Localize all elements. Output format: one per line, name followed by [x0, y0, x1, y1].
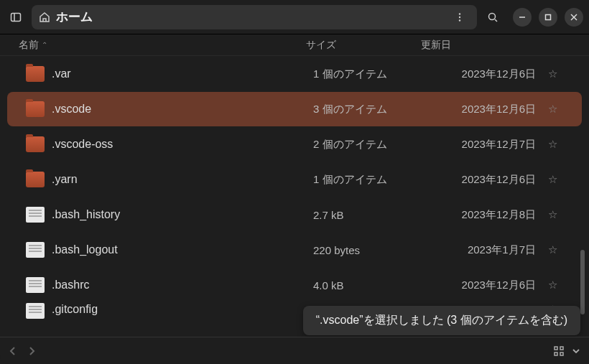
- close-button[interactable]: [565, 8, 583, 27]
- view-options-button[interactable]: [572, 347, 580, 355]
- file-name: .var: [52, 67, 313, 80]
- file-size: 220 bytes: [313, 244, 428, 256]
- file-size: 1 個のアイテム: [313, 173, 428, 187]
- file-size: 4.0 kB: [313, 279, 428, 291]
- svg-point-2: [459, 13, 460, 14]
- minimize-button[interactable]: [513, 8, 532, 27]
- file-size: 2 個のアイテム: [313, 138, 428, 151]
- svg-rect-12: [560, 347, 563, 350]
- svg-point-5: [489, 13, 496, 19]
- file-date: 2023年12月6日: [428, 103, 536, 116]
- svg-rect-11: [555, 347, 557, 350]
- file-row[interactable]: .vscode-oss2 個のアイテム2023年12月7日☆: [7, 127, 582, 162]
- grid-view-icon[interactable]: [553, 345, 565, 357]
- star-button[interactable]: ☆: [542, 103, 563, 116]
- home-icon: [39, 11, 50, 23]
- star-button[interactable]: ☆: [542, 279, 563, 291]
- svg-rect-8: [546, 14, 551, 19]
- svg-rect-0: [11, 13, 21, 21]
- file-size: 2.7 kB: [313, 209, 428, 221]
- window-controls: [513, 8, 583, 27]
- star-button[interactable]: ☆: [542, 243, 563, 256]
- file-row[interactable]: .var1 個のアイテム2023年12月6日☆: [7, 57, 582, 91]
- column-name[interactable]: 名前 ⌃: [19, 39, 306, 52]
- file-name: .yarn: [52, 173, 313, 186]
- svg-line-6: [495, 19, 497, 22]
- file-date: 2023年12月6日: [428, 279, 536, 292]
- svg-point-4: [459, 19, 460, 21]
- file-date: 2023年12月6日: [428, 173, 536, 187]
- column-name-label: 名前: [19, 39, 39, 52]
- file-row[interactable]: .bash_history2.7 kB2023年12月8日☆: [7, 197, 582, 232]
- file-name: .vscode: [52, 103, 313, 116]
- column-date[interactable]: 更新日: [421, 39, 570, 52]
- star-button[interactable]: ☆: [542, 67, 563, 80]
- folder-icon: [26, 101, 45, 117]
- folder-icon: [26, 66, 45, 82]
- file-name: .vscode-oss: [52, 138, 313, 151]
- file-icon: [26, 277, 45, 293]
- file-size: 3 個のアイテム: [313, 103, 428, 116]
- svg-rect-13: [555, 353, 557, 355]
- svg-point-3: [459, 16, 460, 17]
- location-title: ホーム: [56, 9, 93, 25]
- nav-forward-button[interactable]: [27, 346, 36, 356]
- column-size[interactable]: サイズ: [306, 39, 421, 52]
- folder-icon: [26, 172, 45, 187]
- scrollbar-thumb[interactable]: [580, 250, 585, 314]
- sort-asc-icon: ⌃: [42, 41, 47, 49]
- sidebar-toggle-button[interactable]: [6, 7, 26, 27]
- file-row[interactable]: .yarn1 個のアイテム2023年12月6日☆: [7, 162, 582, 197]
- star-button[interactable]: ☆: [542, 208, 563, 221]
- file-row[interactable]: .vscode3 個のアイテム2023年12月6日☆: [7, 92, 582, 126]
- nav-back-button[interactable]: [9, 346, 17, 356]
- folder-icon: [26, 136, 45, 152]
- file-name: .gitconfig: [52, 303, 313, 316]
- titlebar: ホーム: [0, 0, 589, 34]
- file-icon: [26, 207, 45, 223]
- file-date: 2023年12月7日: [428, 138, 536, 151]
- file-name: .bash_history: [52, 208, 313, 221]
- file-name: .bash_logout: [52, 243, 313, 256]
- file-date: 2023年1月7日: [428, 243, 536, 257]
- file-size: 1 個のアイテム: [313, 67, 428, 81]
- file-row[interactable]: .bash_logout220 bytes2023年1月7日☆: [7, 233, 582, 267]
- svg-rect-14: [560, 353, 563, 355]
- columns-header: 名前 ⌃ サイズ 更新日: [0, 34, 589, 56]
- addressbar[interactable]: ホーム: [32, 5, 477, 29]
- search-button[interactable]: [483, 7, 503, 27]
- star-button[interactable]: ☆: [542, 138, 563, 151]
- bottombar: [0, 337, 589, 364]
- file-date: 2023年12月6日: [428, 67, 536, 81]
- star-button[interactable]: ☆: [542, 173, 563, 186]
- selection-toast: “.vscode”を選択しました (3 個のアイテムを含む): [303, 306, 580, 335]
- maximize-button[interactable]: [539, 8, 557, 27]
- file-name: .bashrc: [52, 279, 313, 291]
- file-list: .var1 個のアイテム2023年12月6日☆.vscode3 個のアイテム20…: [0, 56, 589, 327]
- file-icon: [26, 242, 45, 258]
- file-icon: [26, 303, 45, 319]
- file-date: 2023年12月8日: [428, 208, 536, 222]
- file-row[interactable]: .bashrc4.0 kB2023年12月6日☆: [7, 268, 582, 302]
- kebab-menu-button[interactable]: [450, 7, 470, 27]
